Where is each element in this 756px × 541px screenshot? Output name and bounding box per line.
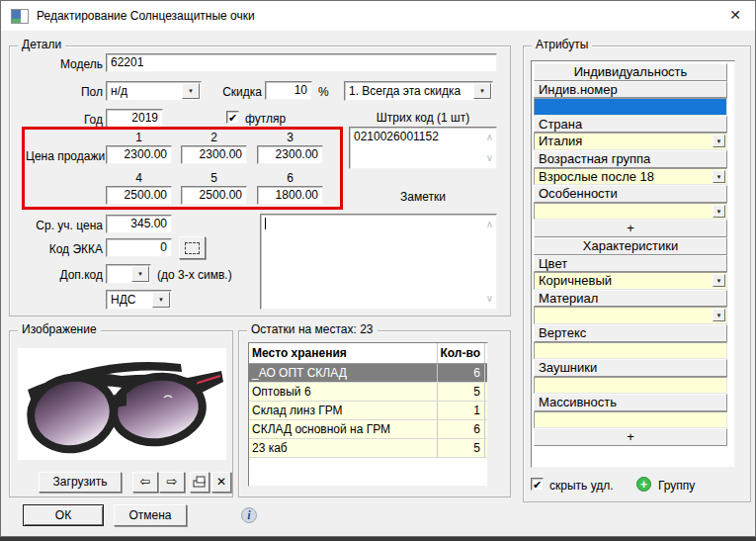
ekka-lookup-button[interactable] (179, 236, 206, 259)
barcode-textarea[interactable]: 0210026001152 ∧ ∨ (349, 127, 497, 169)
avg-price-input[interactable]: 345.00 (106, 215, 172, 233)
prev-image-button[interactable]: ⇦ (132, 472, 158, 493)
delete-image-button[interactable]: ✕ (211, 472, 231, 493)
extra-code-label: Доп.код (26, 268, 103, 282)
attr-label-vertex[interactable]: Вертекс (534, 324, 727, 342)
attr-label-massiveness[interactable]: Массивность (534, 394, 727, 411)
sunglasses-image (18, 348, 226, 460)
stock-group-label: Остатки на местах: 23 (247, 322, 378, 336)
load-image-button[interactable]: Загрузить (39, 472, 122, 493)
discount-input[interactable]: 10 (265, 81, 312, 100)
close-icon[interactable]: ✕ (729, 7, 741, 23)
stock-table-header[interactable]: Место хранения Кол-во (249, 343, 487, 364)
title-bar[interactable]: Редактирование Солнцезащитные очки ✕ (1, 1, 755, 31)
price-input-1[interactable]: 2300.00 (106, 145, 172, 164)
barcode-label: Штрих код (1 шт) (349, 111, 497, 125)
table-row[interactable]: 23 каб 5 (249, 439, 487, 458)
chevron-down-icon[interactable]: ▼ (152, 292, 170, 308)
ekka-input[interactable]: 0 (106, 238, 172, 257)
table-row[interactable]: Оптовый 6 5 (249, 383, 487, 402)
scroll-up-icon[interactable]: ∧ (486, 220, 493, 229)
cancel-button[interactable]: Отмена (114, 504, 187, 526)
next-image-button[interactable]: ⇨ (159, 472, 185, 493)
attr-label-country[interactable]: Страна (534, 116, 727, 134)
attr-value-color[interactable]: Коричневый▼ (534, 272, 727, 290)
model-label: Модель (31, 57, 103, 71)
attr-label-color[interactable]: Цвет (534, 255, 727, 273)
gender-label: Пол (55, 85, 103, 99)
price-input-2[interactable]: 2300.00 (181, 145, 247, 164)
attr-add-button[interactable]: + (534, 428, 727, 446)
hide-deleted-label: скрыть удл. (549, 479, 614, 493)
hide-deleted-checkbox[interactable]: ✔ (531, 478, 544, 491)
case-checkbox[interactable]: ✔ (226, 111, 239, 124)
case-checkbox-label: футляр (245, 112, 286, 126)
chevron-down-icon[interactable]: ▼ (473, 83, 491, 99)
attr-value-age-group[interactable]: Взрослые после 18▼ (534, 168, 727, 186)
attr-value-indiv-number[interactable] (534, 98, 727, 116)
price-col-label: 2 (181, 131, 247, 144)
check-icon: ✔ (228, 112, 237, 124)
chevron-down-icon[interactable]: ▼ (713, 135, 725, 147)
info-icon[interactable]: i (241, 507, 257, 523)
price-input-6[interactable]: 1800.00 (257, 186, 323, 205)
table-row[interactable]: _АО ОПТ СКЛАД 6 (249, 364, 487, 383)
column-header-place[interactable]: Место хранения (249, 343, 438, 363)
ekka-label: Код ЭККА (26, 242, 103, 256)
dialog-window: Редактирование Солнцезащитные очки ✕ Дет… (0, 0, 756, 537)
table-row[interactable]: СКЛАД основной на ГРМ 6 (249, 420, 487, 439)
scroll-up-icon[interactable]: ∧ (486, 133, 493, 142)
chevron-down-icon[interactable]: ▼ (713, 170, 725, 183)
gender-select[interactable]: н/д ▼ (106, 81, 202, 101)
product-photo (18, 348, 226, 460)
chevron-down-icon[interactable]: ▼ (713, 274, 725, 287)
attr-section-individuality[interactable]: Индивидуальность (534, 63, 727, 81)
vat-select[interactable]: НДС ▼ (106, 290, 172, 310)
scroll-down-icon[interactable]: ∨ (486, 153, 493, 163)
attributes-group-label: Атрибуты (532, 38, 592, 51)
discount-mode-select[interactable]: 1. Всегда эта скидка ▼ (344, 81, 493, 101)
attr-label-features[interactable]: Особенности (534, 185, 727, 203)
text-caret (265, 218, 266, 229)
attr-value-features[interactable]: ▼ (534, 203, 727, 221)
price-input-4[interactable]: 2500.00 (106, 186, 172, 205)
price-input-3[interactable]: 2300.00 (257, 145, 323, 164)
notes-textarea[interactable]: ∧ ∨ (260, 214, 497, 310)
details-group-label: Детали (18, 38, 65, 51)
attr-value-temples[interactable] (534, 377, 727, 395)
chevron-down-icon[interactable]: ▼ (713, 309, 725, 321)
attr-value-vertex[interactable] (534, 342, 727, 360)
attributes-list[interactable]: Индивидуальность Индив.номер Страна Итал… (531, 60, 735, 468)
attr-label-temples[interactable]: Заушники (534, 359, 727, 377)
table-row[interactable]: Склад линз ГРМ 1 (249, 402, 487, 420)
year-input[interactable]: 2019 (106, 109, 163, 128)
stock-table[interactable]: Место хранения Кол-во _АО ОПТ СКЛАД 6 Оп… (248, 342, 488, 487)
print-image-button[interactable] (190, 472, 210, 493)
avg-price-label: Ср. уч. цена (26, 219, 103, 232)
attr-add-button[interactable]: + (534, 220, 727, 237)
column-header-qty[interactable]: Кол-во (438, 343, 485, 363)
price-col-label: 3 (257, 131, 323, 144)
attr-label-material[interactable]: Материал (534, 290, 727, 308)
attr-value-material[interactable]: ▼ (534, 307, 727, 324)
right-arrow-icon: ⇨ (167, 474, 178, 489)
scroll-down-icon[interactable]: ∨ (486, 294, 493, 304)
attr-label-indiv-number[interactable]: Индив.номер (534, 81, 727, 99)
model-input[interactable]: 62201 (106, 53, 497, 72)
price-col-label: 6 (257, 171, 323, 185)
print-icon (193, 476, 207, 489)
attr-value-country[interactable]: Италия▼ (534, 133, 727, 150)
chevron-down-icon[interactable]: ▼ (131, 266, 149, 282)
ok-button[interactable]: ОК (23, 504, 104, 526)
chevron-down-icon[interactable]: ▼ (713, 205, 725, 218)
attr-value-massiveness[interactable] (534, 411, 727, 429)
chevron-down-icon[interactable]: ▼ (182, 83, 200, 99)
attr-label-age-group[interactable]: Возрастная группа (534, 150, 727, 168)
app-icon (11, 9, 29, 24)
add-group-label[interactable]: Группу (658, 479, 695, 493)
price-col-label: 4 (106, 171, 172, 185)
price-input-5[interactable]: 2500.00 (181, 186, 247, 205)
attr-section-characteristics[interactable]: Характеристики (534, 237, 727, 255)
extra-code-select[interactable]: ▼ (106, 264, 151, 284)
add-group-icon[interactable]: + (636, 477, 651, 492)
